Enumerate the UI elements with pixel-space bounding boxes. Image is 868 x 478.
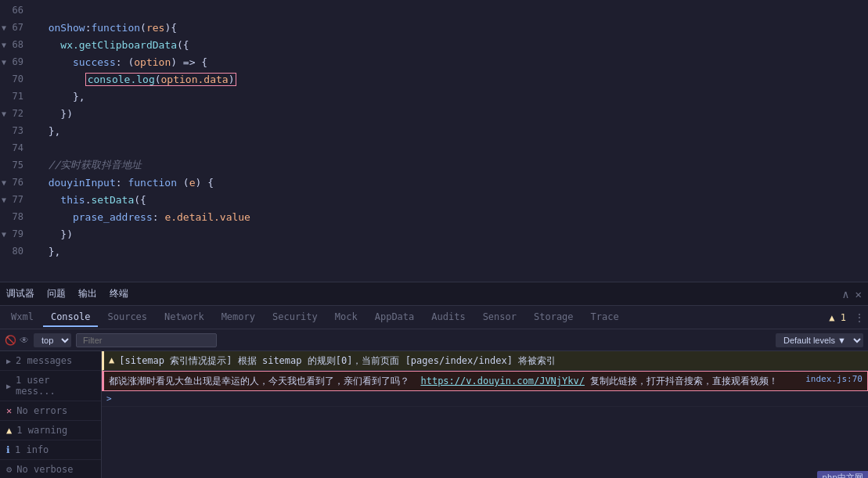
sidebar-item-user-messages[interactable]: ▶ 1 user mess... bbox=[0, 371, 101, 401]
fold-arrow-77[interactable]: ▼ bbox=[2, 196, 6, 204]
line-number-80: 80 bbox=[0, 246, 33, 257]
code-line-79: ▼79 }) bbox=[0, 225, 868, 243]
ban-icon[interactable]: 🚫 bbox=[5, 335, 16, 346]
collapse-icon[interactable]: ∧ bbox=[842, 288, 848, 300]
sidebar-item-messages[interactable]: ▶ 2 messages bbox=[0, 351, 101, 371]
tab-mock[interactable]: Mock bbox=[327, 308, 366, 327]
line-number-69: ▼69 bbox=[0, 56, 33, 67]
console-toolbar: Wxml Console Sources Network Memory Secu… bbox=[0, 306, 868, 329]
tab-trace[interactable]: Trace bbox=[583, 308, 627, 327]
code-line-70: 70 console.log(option.data) bbox=[0, 70, 868, 88]
messages-label: 2 messages bbox=[16, 355, 72, 366]
tab-debugger[interactable]: 调试器 bbox=[6, 287, 34, 300]
fold-arrow-79[interactable]: ▼ bbox=[2, 230, 6, 239]
code-line-67: ▼67 onShow:function(res){ bbox=[0, 19, 868, 36]
log-row-warn: ▲ [sitemap 索引情况提示] 根据 sitemap 的规则[0]，当前页… bbox=[102, 351, 868, 371]
code-line-80: 80 }, bbox=[0, 243, 868, 260]
info-icon: ℹ bbox=[6, 444, 10, 455]
line-number-68: ▼68 bbox=[0, 39, 33, 50]
verbose-icon: ⚙ bbox=[6, 464, 12, 475]
tab-memory[interactable]: Memory bbox=[214, 308, 263, 327]
line-content-78: prase_address: e.detail.value bbox=[33, 211, 868, 223]
line-number-71: 71 bbox=[0, 91, 33, 102]
line-number-70: 70 bbox=[0, 74, 33, 84]
console-messages[interactable]: ▲ [sitemap 索引情况提示] 根据 sitemap 的规则[0]，当前页… bbox=[102, 351, 868, 478]
filter-input[interactable] bbox=[76, 333, 217, 347]
sidebar-item-errors[interactable]: ✕ No errors bbox=[0, 401, 101, 421]
log-row-arrow: > bbox=[102, 391, 868, 407]
sidebar-item-verbose[interactable]: ⚙ No verbose bbox=[0, 460, 101, 478]
tab-security[interactable]: Security bbox=[265, 308, 326, 327]
tab-wxml[interactable]: Wxml bbox=[3, 308, 41, 327]
expand-user-icon: ▶ bbox=[6, 382, 11, 390]
code-line-76: ▼76 douyinInput: function (e) { bbox=[0, 174, 868, 191]
warnings-label: 1 warning bbox=[16, 425, 67, 436]
filter-icons: 🚫 👁 bbox=[5, 335, 29, 346]
line-number-73: 73 bbox=[0, 125, 33, 136]
line-number-67: ▼67 bbox=[0, 22, 33, 33]
tab-console[interactable]: Console bbox=[43, 308, 99, 327]
php-badge: php中文网 bbox=[817, 471, 868, 478]
code-editor: 66 ▼67 onShow:function(res){ ▼68 wx.getC… bbox=[0, 0, 868, 282]
close-debugger-icon[interactable]: ✕ bbox=[855, 288, 862, 300]
log-row-highlighted: 都说涨潮时看见大鱼出现是幸运的人，今天我也看到了，亲们看到了吗？ https:/… bbox=[102, 371, 868, 391]
warn-row-text: [sitemap 索引情况提示] 根据 sitemap 的规则[0]，当前页面 … bbox=[119, 354, 863, 368]
tab-sources[interactable]: Sources bbox=[99, 308, 155, 327]
line-number-66: 66 bbox=[0, 5, 33, 16]
line-number-76: ▼76 bbox=[0, 177, 33, 188]
tab-issues[interactable]: 问题 bbox=[47, 287, 66, 300]
tab-terminal[interactable]: 终端 bbox=[110, 287, 128, 300]
console-sidebar: ▶ 2 messages ▶ 1 user mess... ✕ No error… bbox=[0, 351, 102, 478]
debugger-close-icons: ∧ ✕ bbox=[842, 288, 862, 300]
line-content-71: }, bbox=[33, 91, 868, 102]
highlighted-row-text: 都说涨潮时看见大鱼出现是幸运的人，今天我也看到了，亲们看到了吗？ https:/… bbox=[109, 374, 801, 388]
tab-network[interactable]: Network bbox=[157, 308, 212, 327]
debugger-panel: 调试器 问题 输出 终端 ∧ ✕ Wxml Console Sources Ne… bbox=[0, 282, 868, 478]
fold-arrow-69[interactable]: ▼ bbox=[2, 58, 6, 66]
code-line-74: 74 bbox=[0, 139, 868, 156]
warn-row-icon: ▲ bbox=[109, 354, 114, 365]
code-line-69: ▼69 success: (option) => { bbox=[0, 53, 868, 70]
console-menu-icon[interactable]: ⋮ bbox=[854, 311, 865, 324]
tab-storage[interactable]: Storage bbox=[526, 308, 582, 327]
context-select[interactable]: top bbox=[34, 333, 71, 347]
debugger-tabs-bar: 调试器 问题 输出 终端 ∧ ✕ bbox=[0, 282, 868, 306]
verbose-label: No verbose bbox=[16, 464, 73, 475]
user-messages-label: 1 user mess... bbox=[16, 375, 95, 397]
log-source-index[interactable]: index.js:70 bbox=[805, 374, 863, 384]
editor-wrapper: 66 ▼67 onShow:function(res){ ▼68 wx.getC… bbox=[0, 0, 868, 478]
sidebar-item-warnings[interactable]: ▲ 1 warning bbox=[0, 421, 101, 440]
fold-arrow-72[interactable]: ▼ bbox=[2, 110, 6, 118]
douyin-link[interactable]: https://v.douyin.com/JVNjYkv/ bbox=[420, 376, 585, 386]
code-line-75: 75 //实时获取抖音地址 bbox=[0, 156, 868, 174]
warning-count: ▲ 1 bbox=[829, 312, 846, 323]
fold-arrow-76[interactable]: ▼ bbox=[2, 178, 6, 187]
warning-icon: ▲ bbox=[6, 425, 12, 436]
code-line-73: 73 }, bbox=[0, 122, 868, 139]
line-content-76: douyinInput: function (e) { bbox=[33, 177, 868, 189]
line-number-72: ▼72 bbox=[0, 108, 33, 119]
line-content-77: this.setData({ bbox=[33, 194, 868, 206]
line-content-73: }, bbox=[33, 125, 868, 137]
line-content-67: onShow:function(res){ bbox=[33, 22, 868, 34]
fold-arrow-67[interactable]: ▼ bbox=[2, 23, 6, 32]
fold-arrow-68[interactable]: ▼ bbox=[2, 41, 6, 49]
level-select[interactable]: Default levels ▼ bbox=[776, 333, 863, 347]
sidebar-item-info[interactable]: ℹ 1 info bbox=[0, 440, 101, 460]
highlighted-text-before: 都说涨潮时看见大鱼出现是幸运的人，今天我也看到了，亲们看到了吗？ bbox=[109, 376, 420, 386]
tab-sensor[interactable]: Sensor bbox=[475, 308, 524, 327]
code-lines: 66 ▼67 onShow:function(res){ ▼68 wx.getC… bbox=[0, 0, 868, 260]
code-line-71: 71 }, bbox=[0, 88, 868, 105]
line-number-78: 78 bbox=[0, 211, 33, 222]
tab-output[interactable]: 输出 bbox=[78, 287, 97, 300]
code-line-77: ▼77 this.setData({ bbox=[0, 191, 868, 208]
line-number-75: 75 bbox=[0, 160, 33, 171]
tab-audits[interactable]: Audits bbox=[423, 308, 473, 327]
line-content-68: wx.getClipboardData({ bbox=[33, 39, 868, 51]
expand-messages-icon: ▶ bbox=[6, 357, 11, 365]
line-number-79: ▼79 bbox=[0, 228, 33, 239]
code-line-68: ▼68 wx.getClipboardData({ bbox=[0, 36, 868, 53]
code-line-78: 78 prase_address: e.detail.value bbox=[0, 208, 868, 225]
eye-icon[interactable]: 👁 bbox=[20, 335, 29, 346]
tab-appdata[interactable]: AppData bbox=[367, 308, 423, 327]
